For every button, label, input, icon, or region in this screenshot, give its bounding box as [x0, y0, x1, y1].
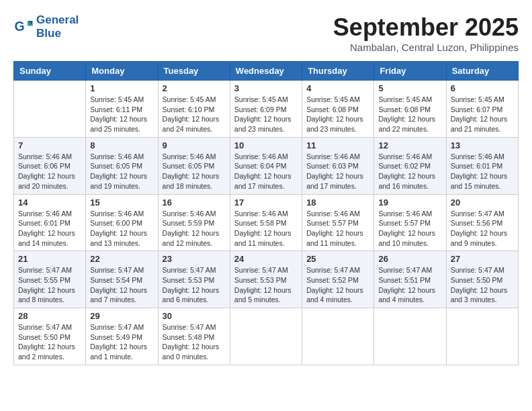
day-info: Sunrise: 5:45 AM Sunset: 6:08 PM Dayligh…	[306, 95, 369, 134]
day-number: 27	[451, 254, 514, 264]
day-number: 9	[163, 140, 226, 150]
calendar-cell: 17Sunrise: 5:46 AM Sunset: 5:58 PM Dayli…	[230, 194, 302, 251]
calendar-cell: 20Sunrise: 5:47 AM Sunset: 5:56 PM Dayli…	[446, 194, 518, 251]
calendar-cell: 23Sunrise: 5:47 AM Sunset: 5:53 PM Dayli…	[158, 251, 230, 308]
day-number: 23	[163, 254, 226, 264]
calendar-cell: 29Sunrise: 5:47 AM Sunset: 5:49 PM Dayli…	[86, 308, 158, 365]
weekday-header: Sunday	[14, 62, 86, 81]
day-info: Sunrise: 5:46 AM Sunset: 6:02 PM Dayligh…	[378, 152, 441, 191]
day-number: 18	[306, 197, 369, 208]
weekday-header: Wednesday	[230, 62, 302, 81]
day-info: Sunrise: 5:46 AM Sunset: 6:03 PM Dayligh…	[306, 152, 369, 191]
day-info: Sunrise: 5:46 AM Sunset: 6:01 PM Dayligh…	[451, 152, 514, 191]
day-info: Sunrise: 5:46 AM Sunset: 5:58 PM Dayligh…	[234, 209, 298, 248]
day-number: 30	[163, 311, 226, 321]
calendar-cell: 10Sunrise: 5:46 AM Sunset: 6:04 PM Dayli…	[230, 137, 302, 194]
calendar-cell: 26Sunrise: 5:47 AM Sunset: 5:51 PM Dayli…	[374, 251, 446, 308]
day-number: 19	[378, 197, 441, 208]
day-number: 12	[378, 140, 441, 150]
calendar-week-row: 28Sunrise: 5:47 AM Sunset: 5:50 PM Dayli…	[14, 308, 519, 365]
calendar-week-row: 14Sunrise: 5:46 AM Sunset: 6:01 PM Dayli…	[14, 194, 519, 251]
calendar-header-row: SundayMondayTuesdayWednesdayThursdayFrid…	[14, 62, 519, 81]
day-info: Sunrise: 5:46 AM Sunset: 6:05 PM Dayligh…	[163, 152, 226, 191]
day-info: Sunrise: 5:46 AM Sunset: 6:05 PM Dayligh…	[90, 152, 153, 191]
logo-icon: G	[13, 17, 34, 37]
calendar-cell	[446, 308, 518, 365]
month-title: September 2025	[333, 13, 519, 42]
calendar-cell: 4Sunrise: 5:45 AM Sunset: 6:08 PM Daylig…	[302, 81, 374, 138]
day-number: 4	[306, 83, 369, 93]
day-number: 22	[90, 254, 153, 264]
calendar-cell: 19Sunrise: 5:46 AM Sunset: 5:57 PM Dayli…	[374, 194, 446, 251]
day-number: 1	[90, 83, 153, 93]
calendar-cell: 22Sunrise: 5:47 AM Sunset: 5:54 PM Dayli…	[86, 251, 158, 308]
location-title: Nambalan, Central Luzon, Philippines	[333, 42, 519, 53]
calendar-cell: 6Sunrise: 5:45 AM Sunset: 6:07 PM Daylig…	[446, 81, 518, 138]
day-info: Sunrise: 5:47 AM Sunset: 5:53 PM Dayligh…	[234, 265, 298, 305]
day-number: 8	[90, 140, 153, 150]
day-number: 15	[90, 197, 153, 208]
day-info: Sunrise: 5:47 AM Sunset: 5:55 PM Dayligh…	[18, 265, 81, 305]
day-number: 11	[306, 140, 369, 150]
day-number: 20	[451, 197, 514, 208]
calendar-cell: 5Sunrise: 5:45 AM Sunset: 6:08 PM Daylig…	[374, 81, 446, 138]
day-info: Sunrise: 5:46 AM Sunset: 6:00 PM Dayligh…	[90, 209, 153, 248]
day-number: 28	[18, 311, 81, 321]
logo-line2: Blue	[36, 27, 79, 40]
calendar-cell: 2Sunrise: 5:45 AM Sunset: 6:10 PM Daylig…	[158, 81, 230, 138]
calendar-cell: 28Sunrise: 5:47 AM Sunset: 5:50 PM Dayli…	[14, 308, 86, 365]
day-info: Sunrise: 5:47 AM Sunset: 5:51 PM Dayligh…	[378, 265, 441, 305]
calendar-cell: 25Sunrise: 5:47 AM Sunset: 5:52 PM Dayli…	[302, 251, 374, 308]
calendar-cell: 27Sunrise: 5:47 AM Sunset: 5:50 PM Dayli…	[446, 251, 518, 308]
day-info: Sunrise: 5:46 AM Sunset: 5:59 PM Dayligh…	[163, 209, 226, 248]
day-number: 10	[234, 140, 298, 150]
calendar-cell: 24Sunrise: 5:47 AM Sunset: 5:53 PM Dayli…	[230, 251, 302, 308]
calendar-week-row: 1Sunrise: 5:45 AM Sunset: 6:11 PM Daylig…	[14, 81, 519, 138]
day-number: 7	[18, 140, 81, 150]
svg-text:G: G	[15, 19, 25, 34]
day-info: Sunrise: 5:45 AM Sunset: 6:10 PM Dayligh…	[163, 95, 226, 134]
calendar-week-row: 7Sunrise: 5:46 AM Sunset: 6:06 PM Daylig…	[14, 137, 519, 194]
calendar-cell: 15Sunrise: 5:46 AM Sunset: 6:00 PM Dayli…	[86, 194, 158, 251]
day-number: 29	[90, 311, 153, 321]
calendar-cell: 13Sunrise: 5:46 AM Sunset: 6:01 PM Dayli…	[446, 137, 518, 194]
day-info: Sunrise: 5:46 AM Sunset: 5:57 PM Dayligh…	[378, 209, 441, 248]
day-number: 16	[163, 197, 226, 208]
logo: G General Blue	[13, 13, 79, 40]
day-info: Sunrise: 5:46 AM Sunset: 6:04 PM Dayligh…	[234, 152, 298, 191]
calendar-week-row: 21Sunrise: 5:47 AM Sunset: 5:55 PM Dayli…	[14, 251, 519, 308]
calendar-cell: 7Sunrise: 5:46 AM Sunset: 6:06 PM Daylig…	[14, 137, 86, 194]
day-number: 21	[18, 254, 81, 264]
calendar-cell: 30Sunrise: 5:47 AM Sunset: 5:48 PM Dayli…	[158, 308, 230, 365]
day-info: Sunrise: 5:45 AM Sunset: 6:07 PM Dayligh…	[451, 95, 514, 134]
day-info: Sunrise: 5:45 AM Sunset: 6:08 PM Dayligh…	[378, 95, 441, 134]
calendar-cell: 16Sunrise: 5:46 AM Sunset: 5:59 PM Dayli…	[158, 194, 230, 251]
weekday-header: Tuesday	[158, 62, 230, 81]
day-number: 6	[451, 83, 514, 93]
day-number: 24	[234, 254, 298, 264]
weekday-header: Monday	[86, 62, 158, 81]
calendar-cell: 12Sunrise: 5:46 AM Sunset: 6:02 PM Dayli…	[374, 137, 446, 194]
day-info: Sunrise: 5:47 AM Sunset: 5:52 PM Dayligh…	[306, 265, 369, 305]
day-number: 25	[306, 254, 369, 264]
calendar-cell	[374, 308, 446, 365]
calendar-cell: 3Sunrise: 5:45 AM Sunset: 6:09 PM Daylig…	[230, 81, 302, 138]
calendar-cell: 9Sunrise: 5:46 AM Sunset: 6:05 PM Daylig…	[158, 137, 230, 194]
day-number: 13	[451, 140, 514, 150]
calendar-cell	[230, 308, 302, 365]
weekday-header: Friday	[374, 62, 446, 81]
day-number: 5	[378, 83, 441, 93]
day-number: 3	[234, 83, 298, 93]
day-number: 2	[163, 83, 226, 93]
day-info: Sunrise: 5:47 AM Sunset: 5:50 PM Dayligh…	[451, 265, 514, 305]
calendar-cell	[302, 308, 374, 365]
logo-line1: General	[36, 13, 79, 27]
day-info: Sunrise: 5:46 AM Sunset: 6:01 PM Dayligh…	[18, 209, 81, 248]
day-info: Sunrise: 5:45 AM Sunset: 6:11 PM Dayligh…	[90, 95, 153, 134]
calendar-cell: 14Sunrise: 5:46 AM Sunset: 6:01 PM Dayli…	[14, 194, 86, 251]
weekday-header: Saturday	[446, 62, 518, 81]
calendar-cell: 1Sunrise: 5:45 AM Sunset: 6:11 PM Daylig…	[86, 81, 158, 138]
day-info: Sunrise: 5:47 AM Sunset: 5:50 PM Dayligh…	[18, 322, 81, 362]
calendar-cell: 21Sunrise: 5:47 AM Sunset: 5:55 PM Dayli…	[14, 251, 86, 308]
day-number: 14	[18, 197, 81, 208]
